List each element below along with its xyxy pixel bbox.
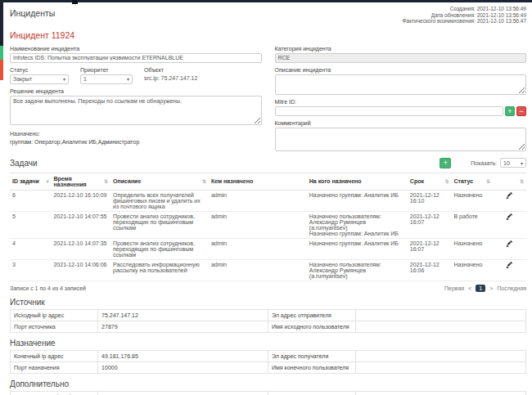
table-row: IP источника событий 127.0.0.1 Категория… <box>11 391 526 395</box>
object-label: Объект <box>144 67 262 73</box>
pencil-icon <box>506 192 512 199</box>
event-source-ip-link[interactable]: 127.0.0.1 <box>98 391 268 395</box>
source-section-title: Источник <box>10 298 526 307</box>
description-label: Описание инцидента <box>275 67 527 73</box>
assigned-label: Назначено: <box>10 130 262 138</box>
comment-label: Комментарий <box>275 120 527 126</box>
field-label: Имя исходного пользователя <box>268 321 355 332</box>
task-id: 6 <box>10 190 51 211</box>
incident-title: Инцидент 11924 <box>10 30 526 40</box>
task-status: Назначено <box>451 259 492 281</box>
status-select[interactable]: Закрыт ▾ <box>10 74 69 84</box>
priority-select[interactable]: 1 ▾ <box>80 74 133 84</box>
form-left-column: Наименование инцидента Статус Закрыт ▾ П… <box>10 42 262 151</box>
field-label: Порт назначения <box>11 361 98 373</box>
task-assigned-to: Назначено группам: Аналитик ИБ <box>307 238 408 259</box>
task-assigned-to: Назначено пользователям: Александр Румян… <box>307 211 408 238</box>
tasks-header-row: ID задачи▾ Время назначения⇅ Описание⇅ К… <box>10 173 526 190</box>
destination-section-title: Назначение <box>10 339 526 348</box>
task-time: 2021-12-10 14:07:55 <box>51 211 110 238</box>
col-header-actions[interactable]: ⇅ <box>493 173 526 190</box>
task-assigned-to: Назначено группам: Аналитик ИБ <box>307 190 408 211</box>
col-header-task-id[interactable]: ID задачи▾ <box>10 173 51 190</box>
col-header-description[interactable]: Описание⇅ <box>110 173 209 190</box>
pencil-icon <box>506 240 512 247</box>
symptom-category-value <box>356 391 526 395</box>
col-header-assigned-by[interactable]: Кем назначено <box>209 173 307 190</box>
sort-desc-icon: ▾ <box>46 178 48 184</box>
destination-user-value <box>356 361 526 373</box>
resolution-textarea[interactable]: Все задачи выполнены. Переходы по ссылка… <box>10 96 262 125</box>
show-label: Показать: <box>471 160 497 166</box>
col-header-assigned-to[interactable]: На кого назначено <box>307 173 408 190</box>
task-time: 2021-12-10 14:06:06 <box>51 259 110 281</box>
destination-ip-link[interactable]: 49.181.176.85 <box>98 350 268 361</box>
sort-icon: ⇅ <box>520 178 524 184</box>
table-row: Исходный ip адрес 75.247.147.12 Эл адрес… <box>11 309 526 321</box>
mitre-id-input[interactable] <box>275 106 504 116</box>
edit-task-button[interactable] <box>493 259 526 281</box>
edit-task-button[interactable] <box>493 190 526 211</box>
additional-table: IP источника событий 127.0.0.1 Категория… <box>10 391 526 395</box>
table-row: 3 2021-12-10 14:06:06 Расследовать инфор… <box>10 259 526 281</box>
description-textarea[interactable] <box>275 74 527 95</box>
additional-section-title: Дополнительно <box>10 379 526 388</box>
sender-email-value <box>356 309 526 321</box>
table-row: 6 2021-12-10 16:10:09 Определить всех по… <box>10 190 526 211</box>
pencil-icon <box>506 213 512 220</box>
plus-icon: + <box>507 107 512 115</box>
table-row: 5 2021-12-10 14:07:55 Провести анализ со… <box>10 211 526 238</box>
task-description: Определить всех получателей фишинговых п… <box>110 190 209 211</box>
task-status: В работе <box>451 211 492 238</box>
edit-task-button[interactable] <box>493 238 526 259</box>
category-label: Категория инцидента <box>275 46 527 52</box>
col-header-due[interactable]: Срок⇅ <box>408 173 452 190</box>
task-assigned-to: Назначено пользователям: Александр Румян… <box>307 259 408 281</box>
sort-icon: ⇅ <box>202 178 206 184</box>
sort-icon: ⇅ <box>486 178 490 184</box>
incident-name-input[interactable] <box>10 53 262 63</box>
task-time: 2021-12-10 14:07:35 <box>51 238 110 259</box>
field-label: Категория симптома <box>268 391 355 395</box>
pagination-last[interactable]: Последняя <box>497 285 526 291</box>
mitre-add-button[interactable]: + <box>505 106 515 116</box>
comment-textarea[interactable] <box>275 128 527 151</box>
mitre-remove-button[interactable]: − <box>516 106 526 116</box>
destination-port-link[interactable]: 10000 <box>98 361 268 373</box>
assigned-groups: группам: Оператор,Аналитик ИБ,Администра… <box>10 138 262 146</box>
add-task-button[interactable]: + <box>440 158 451 168</box>
occurred-timestamp: Фактического возникновения: 2021-12-10 1… <box>403 18 526 25</box>
priority-label: Приоритет <box>80 67 133 73</box>
source-port-link[interactable]: 27879 <box>98 321 268 332</box>
field-label: Исходный ip адрес <box>11 309 98 321</box>
tasks-table: ID задачи▾ Время назначения⇅ Описание⇅ К… <box>10 173 526 281</box>
task-description: Расследовать информационную рассылку на … <box>110 259 209 281</box>
pagination-next[interactable]: > <box>489 285 493 291</box>
pagination-page-1[interactable]: 1 <box>476 285 485 292</box>
pagination-first[interactable]: Первая <box>444 285 464 291</box>
source-user-value <box>356 321 526 332</box>
status-label: Статус <box>10 67 69 73</box>
task-id: 3 <box>10 259 51 281</box>
sort-icon: ⇅ <box>104 178 108 184</box>
task-due: 2021-12-12 16:07 <box>408 238 452 259</box>
page-size-select[interactable]: 10 ▾ <box>500 158 526 168</box>
category-input <box>275 53 527 63</box>
chevron-down-icon: ▾ <box>63 76 65 82</box>
col-header-status[interactable]: Статус⇅ <box>451 173 492 190</box>
task-due: 2021-12-12 16:10 <box>408 190 452 211</box>
pagination-prev[interactable]: < <box>468 285 471 291</box>
task-description: Провести анализ сотрудников, переходящих… <box>110 238 209 259</box>
edit-task-button[interactable] <box>493 211 526 238</box>
table-row: Конечный ip адрес 49.181.176.85 Эл адрес… <box>11 350 526 361</box>
plus-icon: + <box>444 159 448 167</box>
task-time: 2021-12-10 16:10:09 <box>51 190 110 211</box>
col-header-assign-time[interactable]: Время назначения⇅ <box>51 173 110 190</box>
source-ip-link[interactable]: 75.247.147.12 <box>98 309 268 321</box>
resolution-label: Решение инцидента <box>10 88 262 94</box>
destination-table: Конечный ip адрес 49.181.176.85 Эл адрес… <box>10 350 526 374</box>
pagination: Первая < 1 > Последняя <box>444 285 526 292</box>
field-label: IP источника событий <box>11 391 98 395</box>
field-label: Конечный ip адрес <box>11 350 98 361</box>
task-due: 2021-12-12 16:06 <box>408 259 452 281</box>
